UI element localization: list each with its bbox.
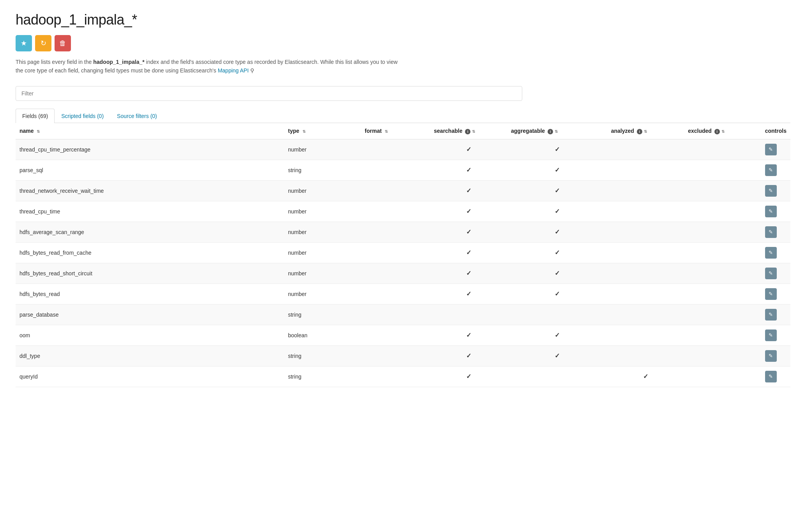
field-analyzed [607, 304, 684, 325]
field-controls: ✎ [761, 263, 790, 284]
field-excluded [684, 284, 761, 304]
check-icon: ✓ [466, 249, 471, 256]
check-icon: ✓ [555, 208, 560, 215]
field-aggregatable: ✓ [507, 160, 607, 180]
field-aggregatable: ✓ [507, 180, 607, 201]
col-header-format[interactable]: format ⇅ [361, 123, 430, 139]
delete-button[interactable]: 🗑 [55, 35, 71, 51]
table-row: ddl_type string ✓ ✓ ✎ [16, 345, 790, 366]
field-analyzed [607, 160, 684, 180]
mapping-api-link[interactable]: Mapping API [218, 67, 249, 74]
field-searchable: ✓ [430, 345, 507, 366]
field-format [361, 325, 430, 345]
refresh-button[interactable]: ↻ [35, 35, 51, 51]
field-excluded [684, 139, 761, 160]
type-sort-icon: ⇅ [302, 129, 306, 134]
excluded-info-icon[interactable]: i [714, 129, 720, 134]
check-icon: ✓ [555, 291, 560, 297]
field-type: number [284, 284, 361, 304]
col-header-analyzed[interactable]: analyzed i⇅ [607, 123, 684, 139]
field-aggregatable [507, 366, 607, 387]
edit-field-button[interactable]: ✎ [765, 329, 777, 341]
edit-field-button[interactable]: ✎ [765, 288, 777, 300]
field-type: number [284, 201, 361, 222]
field-type: number [284, 242, 361, 263]
field-format [361, 366, 430, 387]
check-icon: ✓ [555, 229, 560, 235]
col-header-aggregatable[interactable]: aggregatable i⇅ [507, 123, 607, 139]
format-sort-icon: ⇅ [385, 129, 388, 134]
field-format [361, 263, 430, 284]
field-controls: ✎ [761, 139, 790, 160]
table-row: hdfs_bytes_read_short_circuit number ✓ ✓… [16, 263, 790, 284]
check-icon: ✓ [555, 187, 560, 194]
edit-field-button[interactable]: ✎ [765, 144, 777, 155]
toolbar: ★ ↻ 🗑 [16, 35, 790, 51]
field-controls: ✎ [761, 201, 790, 222]
field-searchable: ✓ [430, 160, 507, 180]
edit-field-button[interactable]: ✎ [765, 268, 777, 279]
check-icon: ✓ [466, 373, 471, 380]
filter-input[interactable] [16, 86, 522, 101]
field-analyzed [607, 180, 684, 201]
table-row: parse_sql string ✓ ✓ ✎ [16, 160, 790, 180]
searchable-info-icon[interactable]: i [465, 129, 470, 134]
aggregatable-sort-icon: ⇅ [555, 129, 558, 134]
edit-field-button[interactable]: ✎ [765, 226, 777, 238]
field-type: boolean [284, 325, 361, 345]
field-name: hdfs_average_scan_range [16, 222, 284, 242]
field-name: parse_database [16, 304, 284, 325]
star-button[interactable]: ★ [16, 35, 32, 51]
field-controls: ✎ [761, 284, 790, 304]
field-analyzed [607, 263, 684, 284]
col-header-excluded[interactable]: excluded i⇅ [684, 123, 761, 139]
table-row: parse_database string ✎ [16, 304, 790, 325]
field-analyzed [607, 325, 684, 345]
col-header-name[interactable]: name ⇅ [16, 123, 284, 139]
field-aggregatable: ✓ [507, 222, 607, 242]
field-excluded [684, 345, 761, 366]
edit-field-button[interactable]: ✎ [765, 206, 777, 217]
field-controls: ✎ [761, 222, 790, 242]
field-name: parse_sql [16, 160, 284, 180]
check-icon: ✓ [643, 373, 648, 380]
field-excluded [684, 263, 761, 284]
check-icon: ✓ [555, 146, 560, 153]
edit-field-button[interactable]: ✎ [765, 185, 777, 197]
field-excluded [684, 201, 761, 222]
check-icon: ✓ [466, 352, 471, 359]
edit-field-button[interactable]: ✎ [765, 350, 777, 362]
field-excluded [684, 242, 761, 263]
field-controls: ✎ [761, 180, 790, 201]
analyzed-info-icon[interactable]: i [637, 129, 642, 134]
field-format [361, 242, 430, 263]
edit-field-button[interactable]: ✎ [765, 309, 777, 321]
field-aggregatable: ✓ [507, 345, 607, 366]
tab-scripted-fields[interactable]: Scripted fields (0) [55, 109, 110, 123]
field-aggregatable: ✓ [507, 284, 607, 304]
tab-source-filters[interactable]: Source filters (0) [110, 109, 164, 123]
edit-field-button[interactable]: ✎ [765, 247, 777, 259]
edit-field-button[interactable]: ✎ [765, 164, 777, 176]
aggregatable-info-icon[interactable]: i [548, 129, 553, 134]
field-excluded [684, 366, 761, 387]
description: This page lists every field in the hadoo… [16, 58, 405, 75]
field-controls: ✎ [761, 325, 790, 345]
name-sort-icon: ⇅ [37, 129, 40, 134]
field-controls: ✎ [761, 345, 790, 366]
field-searchable: ✓ [430, 325, 507, 345]
col-header-searchable[interactable]: searchable i⇅ [430, 123, 507, 139]
field-excluded [684, 180, 761, 201]
tab-fields[interactable]: Fields (69) [16, 109, 55, 123]
field-excluded [684, 325, 761, 345]
field-analyzed [607, 201, 684, 222]
excluded-sort-icon: ⇅ [721, 129, 725, 134]
analyzed-sort-icon: ⇅ [644, 129, 647, 134]
tabs: Fields (69) Scripted fields (0) Source f… [16, 109, 790, 123]
field-analyzed [607, 222, 684, 242]
check-icon: ✓ [466, 270, 471, 277]
col-header-type[interactable]: type ⇅ [284, 123, 361, 139]
table-row: hdfs_average_scan_range number ✓ ✓ ✎ [16, 222, 790, 242]
field-type: string [284, 304, 361, 325]
edit-field-button[interactable]: ✎ [765, 371, 777, 382]
